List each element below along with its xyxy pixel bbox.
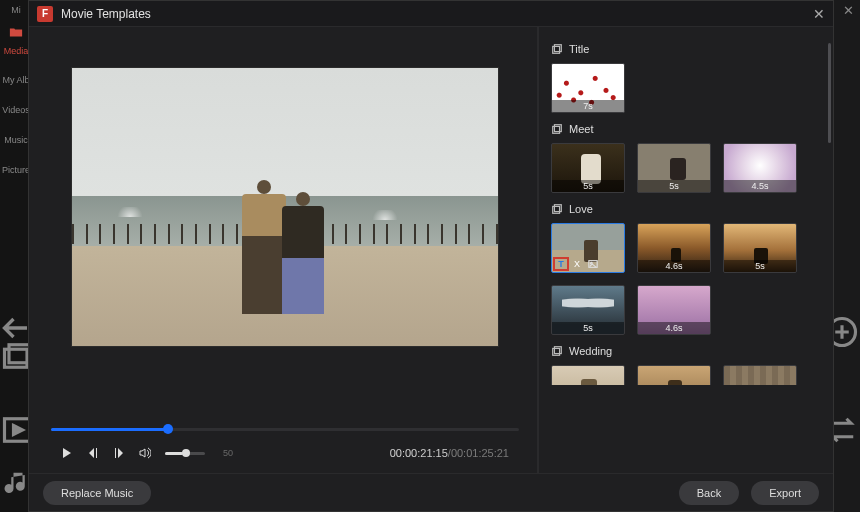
svg-rect-7 (554, 125, 561, 132)
play-button[interactable] (61, 447, 73, 459)
template-thumb-selected[interactable]: T X (551, 223, 625, 273)
back-button[interactable]: Back (679, 481, 739, 505)
template-thumb[interactable]: 5s (551, 285, 625, 335)
modal-titlebar: F Movie Templates ✕ (29, 1, 833, 27)
section-wedding-label: Wedding (569, 345, 612, 357)
thumb-duration: 4.5s (724, 180, 796, 192)
section-love-head: Love (551, 203, 817, 215)
svg-rect-13 (554, 347, 561, 354)
next-frame-button[interactable] (113, 447, 125, 459)
replace-music-button[interactable]: Replace Music (43, 481, 151, 505)
thumb-duration: 5s (724, 260, 796, 272)
template-thumb[interactable]: 5s (551, 143, 625, 193)
folder-icon (9, 25, 23, 39)
copy-icon (551, 345, 563, 357)
svg-rect-6 (553, 126, 560, 133)
template-thumb[interactable]: 5s (637, 143, 711, 193)
template-thumb[interactable]: 5s (723, 223, 797, 273)
timeline-area: 50 00:00:21:15/00:01:25:21 (41, 411, 529, 467)
svg-rect-8 (553, 206, 560, 213)
thumb-duration: 4.6s (638, 322, 710, 334)
thumb-tools: T X (553, 257, 601, 271)
section-meet-head: Meet (551, 123, 817, 135)
template-thumb[interactable]: 4.6s (637, 223, 711, 273)
template-thumb[interactable] (637, 365, 711, 385)
svg-rect-4 (553, 46, 560, 53)
svg-rect-9 (554, 205, 561, 212)
section-wedding-head: Wedding (551, 345, 817, 357)
total-time: 00:01:25:21 (451, 447, 509, 459)
video-preview[interactable] (71, 67, 499, 347)
thumb-duration: 5s (552, 322, 624, 334)
template-thumb[interactable]: 4.5s (723, 143, 797, 193)
prev-frame-button[interactable] (87, 447, 99, 459)
section-meet-label: Meet (569, 123, 593, 135)
player-controls: 50 00:00:21:15/00:01:25:21 (51, 439, 519, 467)
section-title-label: Title (569, 43, 589, 55)
volume-button[interactable] (139, 447, 151, 459)
svg-rect-12 (553, 348, 560, 355)
copy-icon (551, 43, 563, 55)
template-thumb[interactable] (723, 365, 797, 385)
template-sections: Title 7s Meet 5s 5s 4.5s Love (539, 27, 833, 473)
template-thumb[interactable] (551, 365, 625, 385)
thumb-duration: 4.6s (638, 260, 710, 272)
section-title-head: Title (551, 43, 817, 55)
outer-close-button[interactable]: ✕ (843, 3, 854, 18)
thumb-duration: 5s (638, 180, 710, 192)
text-tool-button[interactable]: T (553, 257, 569, 271)
section-love-label: Love (569, 203, 593, 215)
current-time: 00:00:21:15 (390, 447, 448, 459)
template-thumb[interactable]: 4.6s (637, 285, 711, 335)
copy-icon (551, 203, 563, 215)
app-icon: F (37, 6, 53, 22)
preview-panel: 50 00:00:21:15/00:01:25:21 (29, 27, 537, 473)
template-thumb[interactable]: 7s (551, 63, 625, 113)
modal-content: 50 00:00:21:15/00:01:25:21 Title 7s (29, 27, 833, 473)
image-tool-button[interactable] (585, 257, 601, 271)
modal-title: Movie Templates (61, 7, 813, 21)
svg-rect-5 (554, 45, 561, 52)
copy-icon (551, 123, 563, 135)
thumb-duration: 7s (552, 100, 624, 112)
export-button[interactable]: Export (751, 481, 819, 505)
scrollbar-thumb[interactable] (828, 43, 831, 143)
modal-close-button[interactable]: ✕ (813, 6, 825, 22)
progress-bar[interactable] (51, 419, 519, 439)
time-display: 00:00:21:15/00:01:25:21 (390, 447, 509, 459)
fx-tool-button[interactable]: X (569, 257, 585, 271)
frame-label: 50 (223, 448, 233, 458)
modal-footer: Replace Music Back Export (29, 473, 833, 511)
volume-slider[interactable] (165, 452, 205, 455)
movie-templates-modal: F Movie Templates ✕ (28, 0, 834, 512)
thumb-duration: 5s (552, 180, 624, 192)
